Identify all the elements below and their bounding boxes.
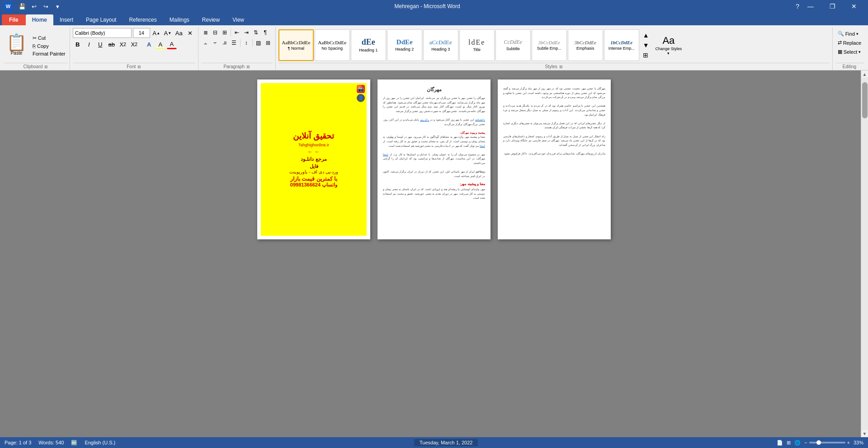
tab-file[interactable]: File (2, 14, 26, 25)
strikethrough-button[interactable]: ab (107, 39, 117, 49)
ad-file: فایل (310, 163, 318, 169)
bullet-list-button[interactable]: ≣ (201, 28, 210, 37)
minimize-button[interactable]: — (800, 0, 821, 13)
status-right: 📄 ⊞ 🌐 − + 33% (777, 440, 863, 446)
copy-button[interactable]: ⎘ Copy (30, 42, 68, 50)
line-spacing-button[interactable]: ↕ (242, 38, 251, 47)
save-button[interactable]: 💾 (17, 1, 27, 11)
page-1: 📷 👤 تحقیق آنلاین Tahghighonline.ir ← ← م… (257, 79, 370, 239)
clear-formatting-button[interactable]: ✕ (185, 28, 195, 38)
undo-button[interactable]: ↩ (29, 1, 39, 11)
zoom-level[interactable]: 33% (854, 440, 863, 445)
font-name-input[interactable] (73, 28, 132, 38)
font-group: A▲ A▼ Aa ✕ B I U ab X2 X2 A A A Font ⊞ (70, 27, 198, 70)
style-subtle-emphasis[interactable]: 3bCcDdEe Subtle Emp... (532, 29, 567, 61)
text-effects-button[interactable]: A (144, 39, 154, 49)
style-intense-emphasis[interactable]: 1bCcDdEe Intense Emp... (604, 29, 639, 61)
page-2-heading: مهرگان (383, 87, 485, 93)
tab-home[interactable]: Home (26, 14, 53, 25)
grow-font-button[interactable]: A▲ (151, 28, 161, 38)
multilevel-list-button[interactable]: ⊞ (220, 28, 229, 37)
font-color-button[interactable]: A (167, 39, 177, 49)
close-button[interactable]: ✕ (844, 0, 864, 13)
ribbon: 📋 Paste ✂ Cut ⎘ Copy Format Painter Clip… (0, 25, 868, 70)
quick-access-dropdown[interactable]: ▾ (52, 1, 62, 11)
scroll-thumb[interactable] (862, 82, 868, 118)
ad-reference: مرجع دانلـود (301, 156, 326, 162)
redo-button[interactable]: ↪ (41, 1, 51, 11)
case-button[interactable]: Aa (174, 28, 184, 38)
underline-button[interactable]: U (95, 39, 105, 49)
borders-button[interactable]: ⊞ (264, 38, 273, 47)
clipboard-group: 📋 Paste ✂ Cut ⎘ Copy Format Painter Clip… (2, 27, 70, 70)
style-normal[interactable]: AaBbCcDdEe ¶ Normal (278, 29, 314, 61)
find-button[interactable]: 🔍 Find ▾ (835, 30, 861, 37)
view-web-icon[interactable]: 🌐 (794, 440, 801, 446)
style-heading3[interactable]: aCcDdEe Heading 3 (423, 29, 458, 61)
zoom-thumb[interactable] (816, 440, 821, 445)
window-title: Mehregan - Microsoft Word (62, 3, 792, 9)
tab-references[interactable]: References (123, 14, 163, 25)
style-subtitle[interactable]: CcDdEe Subtitle (495, 29, 531, 61)
center-button[interactable]: ⫟ (211, 38, 220, 47)
paste-button[interactable]: 📋 Paste (4, 33, 29, 56)
tab-view[interactable]: View (226, 14, 250, 25)
bold-button[interactable]: B (73, 39, 83, 49)
shading-button[interactable]: ▨ (254, 38, 263, 47)
view-fullscreen-icon[interactable]: ⊞ (787, 440, 791, 446)
zoom-slider[interactable] (809, 442, 845, 443)
advertisement-box: 📷 👤 تحقیق آنلاین Tahghighonline.ir ← ← م… (261, 83, 367, 236)
restore-button[interactable]: ❐ (822, 0, 843, 13)
clipboard-expand-icon[interactable]: ⊞ (44, 65, 48, 69)
numbered-list-button[interactable]: ⊟ (211, 28, 220, 37)
italic-button[interactable]: I (84, 39, 94, 49)
editing-group: 🔍 Find ▾ ⇄ Replace ▦ Select ▾ Editing (833, 27, 866, 70)
align-left-button[interactable]: ⫠ (201, 38, 210, 47)
justify-button[interactable]: ☰ (230, 38, 239, 47)
help-button[interactable]: ? (796, 3, 799, 10)
page-2: مهرگان مهرگان را جشن مهر یا جشن برزیگران… (377, 79, 491, 239)
paragraph-group: ≣ ⊟ ⊞ ⇤ ⇥ ⇅ ¶ ⫠ ⫟ ⫡ ☰ ↕ ▨ ⊞ Para (198, 27, 276, 70)
subscript-button[interactable]: X2 (118, 39, 128, 49)
styles-label-expand[interactable]: ⊞ (559, 65, 563, 69)
tab-mailings[interactable]: Mailings (163, 14, 196, 25)
align-right-button[interactable]: ⫡ (220, 38, 229, 47)
style-heading2[interactable]: DdEe Heading 2 (387, 29, 422, 61)
sort-button[interactable]: ⇅ (251, 28, 260, 37)
replace-button[interactable]: ⇄ Replace (835, 39, 863, 47)
spell-check-icon[interactable]: 🔤 (71, 440, 77, 446)
zoom-out-button[interactable]: − (804, 440, 807, 445)
document-area: 📷 👤 تحقیق آنلاین Tahghighonline.ir ← ← م… (0, 70, 868, 437)
change-styles-button[interactable]: Aa Change Styles ▾ (653, 34, 685, 56)
page-3-content: مهرگان یا جشن مهر، نخست جشنی بود که در م… (498, 79, 611, 239)
increase-indent-button[interactable]: ⇥ (242, 28, 251, 37)
cut-button[interactable]: ✂ Cut (30, 34, 68, 42)
section-text: مهر، واژه‌ای اوستایی با ریشه‌ای هند و ار… (383, 187, 485, 201)
zoom-in-button[interactable]: + (847, 440, 850, 445)
scroll-down-button[interactable]: ▼ (861, 430, 868, 437)
paragraph-expand-icon[interactable]: ⊞ (246, 65, 250, 69)
superscript-button[interactable]: X2 (129, 39, 139, 49)
show-hide-button[interactable]: ¶ (261, 28, 270, 37)
font-expand-icon[interactable]: ⊞ (137, 65, 141, 69)
style-no-spacing[interactable]: AaBbCcDdEe No Spacing (315, 29, 350, 61)
format-painter-button[interactable]: Format Painter (30, 50, 68, 57)
styles-expand-button[interactable]: ⊞ (641, 51, 651, 60)
decrease-indent-button[interactable]: ⇤ (232, 28, 241, 37)
font-size-input[interactable] (133, 28, 150, 38)
tab-review[interactable]: Review (196, 14, 226, 25)
shrink-font-button[interactable]: A▼ (163, 28, 173, 38)
section-title: معنا و پیشینه مهر: (383, 182, 485, 186)
styles-scroll-down[interactable]: ▼ (641, 41, 651, 50)
text-highlight-button[interactable]: A (156, 39, 165, 49)
style-heading1[interactable]: dEe Heading 1 (351, 29, 386, 61)
style-emphasis[interactable]: 3bCcDdEe Emphasis (568, 29, 603, 61)
tab-page-layout[interactable]: Page Layout (80, 14, 123, 25)
select-button[interactable]: ▦ Select ▾ (835, 48, 863, 56)
view-print-icon[interactable]: 📄 (777, 440, 783, 446)
language[interactable]: English (U.S.) (85, 440, 115, 445)
styles-scroll-up[interactable]: ▲ (641, 31, 651, 40)
style-title[interactable]: ldEe Title (459, 29, 495, 61)
scroll-up-button[interactable]: ▲ (861, 70, 868, 78)
tab-insert[interactable]: Insert (53, 14, 80, 25)
